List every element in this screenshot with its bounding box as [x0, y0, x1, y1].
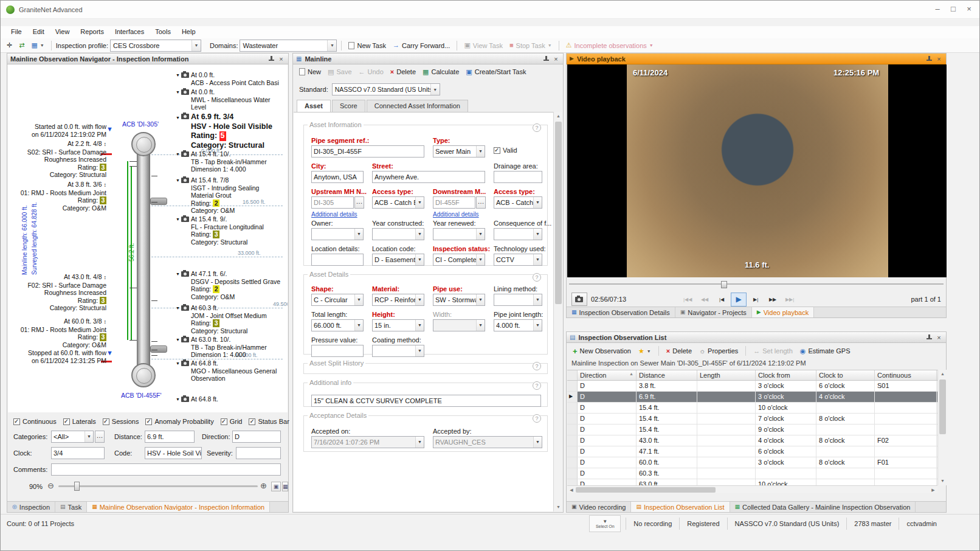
snapshot-button[interactable] — [571, 293, 587, 306]
step-forward-button[interactable]: ▶| — [748, 293, 764, 307]
form-scrollbar[interactable]: ▲ ▼ — [553, 112, 562, 511]
help-icon[interactable]: ? — [533, 123, 541, 132]
observation-callout[interactable]: ▼ At 0.0 ft. MWL - Miscellaneous Water L… — [180, 88, 288, 111]
scroll-up-icon[interactable]: ▲ — [554, 112, 563, 120]
menu-item[interactable]: File — [5, 26, 27, 38]
column-header-length[interactable]: Length — [697, 370, 756, 380]
scroll-down-icon[interactable]: ▼ — [554, 503, 563, 511]
scroll-left-icon[interactable]: ◀ — [567, 486, 576, 494]
upstream-mh-input[interactable]: DI-305 — [311, 196, 354, 209]
new-button[interactable]: New — [297, 68, 323, 76]
play-button[interactable]: ▶ — [731, 293, 747, 307]
video-seek-bar[interactable] — [569, 281, 944, 286]
scrollbar-thumb[interactable] — [555, 122, 562, 304]
minimize-button[interactable]: – — [930, 2, 945, 16]
tab-connected-asset[interactable]: Connected Asset Information — [367, 100, 468, 112]
city-input[interactable]: Anytown, USA — [311, 171, 364, 183]
menu-item[interactable]: Reports — [75, 26, 109, 38]
close-icon[interactable]: × — [277, 55, 285, 63]
zoom-slider-handle[interactable] — [74, 482, 80, 491]
seek-handle[interactable] — [721, 281, 727, 288]
shape-select[interactable]: C - Circular▼ — [311, 294, 364, 306]
close-icon[interactable]: × — [552, 55, 560, 63]
create-start-task-button[interactable]: ▣Create/Start Task — [463, 68, 528, 76]
menu-item[interactable]: Tools — [150, 26, 176, 38]
total-length-input[interactable]: 66.000 ft.▼ — [311, 319, 364, 331]
table-horizontal-scrollbar[interactable]: ◀ ▶ — [567, 485, 937, 493]
additional-details-link[interactable]: Additional details — [433, 211, 479, 218]
view-task-button[interactable]: ▣View Task — [461, 41, 505, 50]
severity-input[interactable] — [236, 447, 281, 459]
menu-item[interactable]: View — [50, 26, 75, 38]
tab-inspection-observation-details[interactable]: ▦Inspection Observation Details — [567, 307, 675, 317]
observation-callout[interactable]: ▼ At 64.8 ft. MGO - Miscellaneous Genera… — [180, 359, 288, 383]
tab-collected-data-gallery[interactable]: ▦Collected Data Gallery - Mainline Inspe… — [730, 502, 916, 512]
domains-select[interactable]: Wastewater▼ — [240, 40, 337, 52]
table-row[interactable]: D 63.0 ft. 10 o'clock — [567, 479, 937, 485]
scrollbar-thumb[interactable] — [939, 379, 946, 434]
close-icon[interactable]: × — [935, 55, 943, 63]
location-code-select[interactable]: D - Easement/R▼ — [372, 254, 424, 266]
observation-callout[interactable]: ▼ At 15.4 ft. 10/. TB - Tap Break-in/Ham… — [180, 150, 288, 173]
zoom-slider[interactable] — [58, 485, 258, 487]
consequence-select[interactable]: ▼ — [494, 228, 542, 240]
jump-end-button[interactable]: ▶▶| — [782, 293, 798, 307]
tab-asset[interactable]: Asset — [297, 100, 331, 112]
column-header-clock-from[interactable]: Clock from — [756, 370, 816, 380]
video-viewport[interactable]: 6/11/2024 12:25:16 PM 11.6 ft. — [567, 64, 947, 277]
observation-callout[interactable]: ▼ At 47.1 ft. 6/. DSGV - Deposits Settle… — [180, 270, 288, 300]
table-row[interactable]: D 6.9 ft. 3 o'clock 4 o'clock — [567, 392, 937, 403]
pipe-joint-length-select[interactable]: 4.000 ft.▼ — [494, 319, 542, 331]
upstream-browse-button[interactable]: … — [354, 196, 364, 209]
new-observation-button[interactable]: +New Observation — [570, 347, 633, 355]
technology-used-select[interactable]: CCTV▼ — [494, 254, 542, 266]
downstream-mh-input[interactable]: DI-455F — [433, 196, 475, 209]
downstream-browse-button[interactable]: … — [476, 196, 486, 209]
column-header-direction[interactable]: Direction▲ — [578, 370, 637, 380]
calculate-button[interactable]: ▦Calculate — [420, 68, 461, 76]
year-renewed-select[interactable]: ▼ — [433, 228, 485, 240]
tab-inspection[interactable]: ◎Inspection — [7, 502, 55, 512]
export-button[interactable]: ⇄ — [16, 41, 27, 49]
filter-checkbox[interactable]: Grid — [221, 418, 243, 425]
menu-item[interactable]: Interfaces — [109, 26, 150, 38]
menu-item[interactable]: Help — [176, 26, 201, 38]
maximize-button[interactable]: □ — [945, 2, 961, 16]
estimate-gps-button[interactable]: ◉Estimate GPS — [798, 347, 853, 355]
pressure-value-input[interactable] — [311, 345, 364, 357]
step-back-button[interactable]: |◀ — [714, 293, 730, 307]
coating-method-select[interactable]: ▼ — [372, 345, 424, 357]
pan-tool-button[interactable]: ✛ — [4, 41, 15, 49]
filter-checkbox[interactable]: Continuous — [13, 418, 57, 425]
lining-method-select[interactable]: ▼ — [494, 294, 542, 306]
width-select[interactable]: ▼ — [433, 319, 485, 331]
delete-button[interactable]: ×Delete — [388, 68, 418, 76]
column-header-distance[interactable]: Distance — [637, 370, 697, 380]
save-button[interactable]: ▤Save — [325, 68, 354, 76]
scroll-down-icon[interactable]: ▼ — [938, 477, 947, 485]
observation-callout[interactable]: At 43.0 ft. 4/8 ↕ F02: SRI - Surface Dam… — [13, 273, 106, 312]
filter-checkbox[interactable]: Laterals — [63, 418, 96, 425]
tab-task[interactable]: ▤Task — [55, 502, 87, 512]
pipe-diagram-canvas[interactable]: Mainline length: 66.000 ft. Surveyed len… — [8, 64, 288, 412]
inspection-status-select[interactable]: CI - Complete I▼ — [433, 254, 485, 266]
zoom-in-button[interactable]: ⊕ — [260, 481, 267, 490]
categories-select[interactable]: <All>▼ — [51, 431, 94, 443]
undo-button[interactable]: ←Undo — [356, 68, 386, 76]
filter-checkbox[interactable]: Anomaly Probability — [145, 418, 213, 425]
tab-score[interactable]: Score — [332, 100, 365, 112]
tab-navigator[interactable]: ▦Mainline Observation Navigator - Inspec… — [87, 502, 270, 512]
stop-task-button[interactable]: ■Stop Task▼ — [507, 41, 554, 50]
zoom-out-button[interactable]: ⊖ — [47, 481, 54, 490]
new-task-button[interactable]: New Task — [346, 41, 388, 50]
pin-icon[interactable] — [927, 56, 932, 62]
observation-callout[interactable]: ▼ At 15.4 ft. 7/8 ISGT - Intruding Seali… — [180, 176, 288, 215]
menu-item[interactable]: Edit — [27, 26, 50, 38]
fast-forward-button[interactable]: ▶▶ — [765, 293, 781, 307]
drainage-area-input[interactable] — [494, 171, 542, 183]
categories-browse-button[interactable]: … — [95, 431, 105, 443]
rewind-button[interactable]: ◀◀ — [697, 293, 713, 307]
observation-callout[interactable]: At 2.2 ft. 4/8 ↕ S02: SRI - Surface Dama… — [13, 140, 106, 179]
close-button[interactable]: × — [961, 2, 977, 16]
upstream-manhole[interactable] — [131, 132, 156, 156]
